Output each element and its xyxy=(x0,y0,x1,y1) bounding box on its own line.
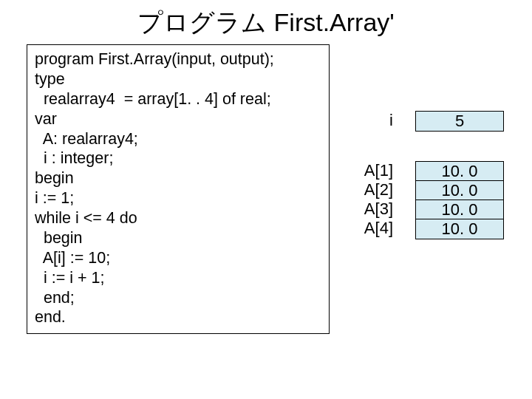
var-a-label: A[2] xyxy=(350,180,393,200)
content-area: program First.Array(input, output); type… xyxy=(0,44,532,334)
var-i-label: i xyxy=(350,111,393,130)
code-line: A[i] := 10; xyxy=(35,249,110,267)
code-line: end. xyxy=(35,308,66,326)
var-a-value: 10. 0 xyxy=(416,219,503,239)
code-line: program First.Array(input, output); xyxy=(35,50,274,68)
var-a-label: A[4] xyxy=(350,219,393,238)
var-a-value: 10. 0 xyxy=(416,181,503,200)
code-line: end; xyxy=(35,289,75,307)
code-line: type xyxy=(35,70,65,88)
code-line: begin xyxy=(35,229,83,247)
code-line: realarray4 = array[1. . 4] of real; xyxy=(35,90,271,108)
var-a-row: A[1] A[2] A[3] A[4] 10. 0 10. 0 10. 0 10… xyxy=(350,161,504,239)
code-line: begin xyxy=(35,169,74,187)
code-line: i := 1; xyxy=(35,189,74,207)
var-i-label-col: i xyxy=(350,111,396,130)
code-line: i := i + 1; xyxy=(35,269,104,287)
page-title: プログラム First.Array' xyxy=(0,0,532,44)
var-i-value: 5 xyxy=(416,112,503,131)
var-i-row: i 5 xyxy=(350,111,504,132)
code-listing: program First.Array(input, output); type… xyxy=(27,44,330,334)
var-a-label: A[3] xyxy=(350,200,393,219)
code-line: i : integer; xyxy=(35,149,113,167)
var-a-value: 10. 0 xyxy=(416,200,503,219)
var-a-value-box: 10. 0 10. 0 10. 0 10. 0 xyxy=(415,161,504,239)
var-a-label-col: A[1] A[2] A[3] A[4] xyxy=(350,161,396,238)
variable-state-panel: i 5 A[1] A[2] A[3] A[4] 10. 0 10. 0 10. … xyxy=(350,44,504,269)
code-line: var xyxy=(35,110,57,128)
code-line: while i <= 4 do xyxy=(35,209,137,227)
var-a-value: 10. 0 xyxy=(416,162,503,181)
var-i-value-box: 5 xyxy=(415,111,504,132)
code-line: A: realarray4; xyxy=(35,130,138,148)
var-a-label: A[1] xyxy=(350,161,393,180)
